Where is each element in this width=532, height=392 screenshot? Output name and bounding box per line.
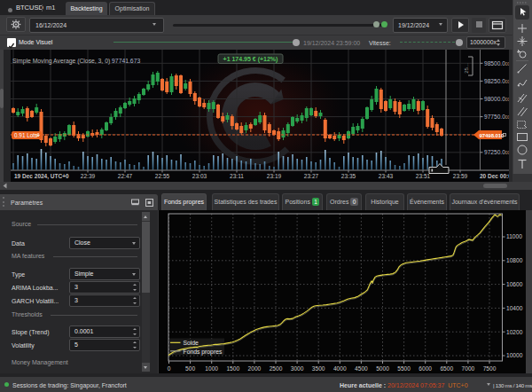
svg-text:19 Dec 2024, UTC+0: 19 Dec 2024, UTC+0 xyxy=(14,173,69,180)
svg-text:1000: 1000 xyxy=(205,365,218,372)
svg-text:10600: 10600 xyxy=(506,281,523,287)
svg-text:23:43: 23:43 xyxy=(379,173,394,179)
svg-text:98500.000: 98500.000 xyxy=(484,60,511,67)
svg-text:23:27: 23:27 xyxy=(304,173,319,179)
svg-text:5000: 5000 xyxy=(376,365,389,372)
svg-text:25...: 25... xyxy=(464,63,469,74)
svg-text:10000: 10000 xyxy=(506,352,523,358)
svg-text:3000: 3000 xyxy=(291,365,304,372)
svg-text:20 Dec 00:0: 20 Dec 00:0 xyxy=(480,173,512,179)
svg-text:500: 500 xyxy=(185,365,195,372)
svg-text:4000: 4000 xyxy=(333,365,347,372)
svg-text:2500: 2500 xyxy=(270,365,283,372)
svg-text:22:55: 22:55 xyxy=(155,173,170,179)
svg-text:23:59: 23:59 xyxy=(453,173,468,179)
svg-text:1500: 1500 xyxy=(226,365,239,372)
svg-text:97750.000: 97750.000 xyxy=(484,114,511,120)
svg-text:Solde: Solde xyxy=(184,340,200,346)
svg-text:98250.000: 98250.000 xyxy=(484,78,511,84)
svg-text:22:39: 22:39 xyxy=(81,173,96,179)
svg-text:7500: 7500 xyxy=(483,365,497,372)
svg-text:11000: 11000 xyxy=(506,233,522,239)
svg-text:5500: 5500 xyxy=(397,365,411,372)
svg-text:Simple Moving Average (Close,: Simple Moving Average (Close, 3, 0) 9774… xyxy=(12,58,140,65)
svg-text:97250.000: 97250.000 xyxy=(484,149,511,155)
svg-text:0.91 Lots: 0.91 Lots xyxy=(14,132,37,138)
svg-text:3500: 3500 xyxy=(312,365,325,372)
svg-text:4500: 4500 xyxy=(355,365,368,372)
svg-text:98000.000: 98000.000 xyxy=(484,96,511,102)
svg-text:23:19: 23:19 xyxy=(267,173,282,179)
svg-text:6000: 6000 xyxy=(419,365,432,372)
svg-text:0: 0 xyxy=(168,365,171,372)
svg-text:23:03: 23:03 xyxy=(192,173,207,179)
svg-text:+1 174.95 € (+12%): +1 174.95 € (+12%) xyxy=(223,56,278,63)
svg-text:22:47: 22:47 xyxy=(118,173,133,179)
svg-text:7000: 7000 xyxy=(462,365,475,372)
svg-text:Fonds propres: Fonds propres xyxy=(184,349,223,356)
svg-text:10200: 10200 xyxy=(506,329,523,335)
svg-text:23:11: 23:11 xyxy=(230,173,244,179)
svg-text:10800: 10800 xyxy=(506,257,523,263)
svg-text:6500: 6500 xyxy=(440,365,453,372)
svg-text:97498.010: 97498.010 xyxy=(480,132,505,138)
svg-text:10400: 10400 xyxy=(506,305,523,311)
svg-text:23:35: 23:35 xyxy=(341,173,356,179)
svg-text:23:51: 23:51 xyxy=(416,173,431,179)
svg-text:2000: 2000 xyxy=(248,365,262,372)
